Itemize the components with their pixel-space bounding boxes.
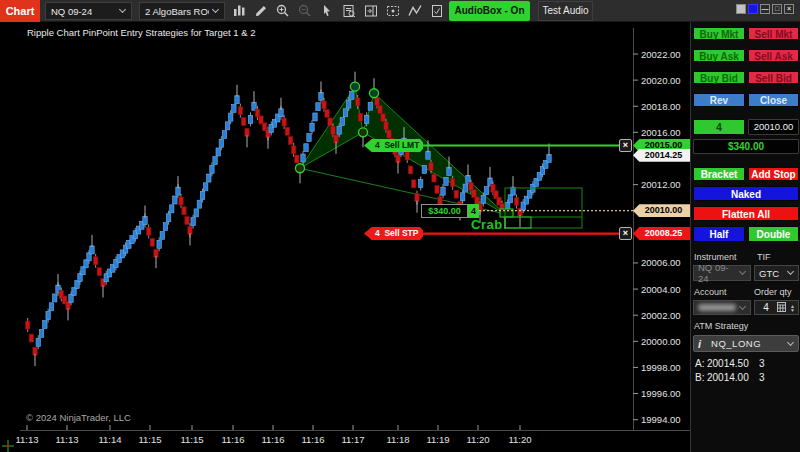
entry-price-cell: 20010.00 xyxy=(748,119,799,135)
add-stop-button[interactable]: Add Stop xyxy=(748,167,799,181)
chart-title: Ripple Chart PinPoint Entry Strategies f… xyxy=(27,27,255,38)
buy-market-button[interactable]: Buy Mkt xyxy=(693,27,745,40)
svg-text:11:15: 11:15 xyxy=(180,434,203,445)
chevron-down-icon xyxy=(212,6,219,13)
tif-dropdown[interactable]: GTC xyxy=(754,265,799,281)
theme-swatch-button[interactable] xyxy=(736,4,746,14)
svg-text:11:17: 11:17 xyxy=(341,434,364,445)
svg-text:20016.00: 20016.00 xyxy=(641,127,681,138)
report-icon[interactable] xyxy=(428,3,445,20)
chevron-down-icon xyxy=(787,338,794,345)
svg-text:11:15: 11:15 xyxy=(138,434,161,445)
account-value-redacted xyxy=(698,304,736,311)
svg-text:20022.00: 20022.00 xyxy=(641,49,681,60)
sell-bid-button[interactable]: Sell Bid xyxy=(748,71,799,84)
maximize-button[interactable]: □ xyxy=(772,4,782,14)
instrument-select[interactable]: NQ 09-24 xyxy=(45,2,132,20)
color-swatch-button[interactable] xyxy=(748,4,758,14)
svg-text:20006.00: 20006.00 xyxy=(641,257,681,268)
cursor-sprite-icon xyxy=(2,438,14,452)
qty-stepper[interactable]: ▲▼ xyxy=(790,304,795,312)
svg-text:11:20: 11:20 xyxy=(466,434,489,445)
svg-text:11:16: 11:16 xyxy=(301,434,324,445)
cursor-icon[interactable] xyxy=(318,3,335,20)
order-qty-label: Order qty xyxy=(754,287,792,297)
instrument-dropdown[interactable]: NQ 09-24 xyxy=(693,265,751,281)
svg-text:20020.00: 20020.00 xyxy=(641,75,681,86)
close-position-button[interactable]: Close xyxy=(748,93,799,107)
double-button[interactable]: Double xyxy=(748,226,799,242)
svg-text:20012.00: 20012.00 xyxy=(641,179,681,190)
svg-text:11:16: 11:16 xyxy=(221,434,244,445)
account-dropdown[interactable] xyxy=(693,300,751,315)
sell-ask-button[interactable]: Sell Ask xyxy=(748,49,799,62)
svg-text:11:18: 11:18 xyxy=(386,434,409,445)
svg-text:20018.00: 20018.00 xyxy=(641,101,681,112)
pattern-name-label: Crab xyxy=(471,217,503,232)
copyright-text: © 2024 NinjaTrader, LLC xyxy=(26,412,131,423)
chevron-down-icon xyxy=(119,6,126,13)
toolbar-icons xyxy=(230,2,467,20)
position-qty-chip: 4 xyxy=(468,204,479,218)
naked-button[interactable]: Naked xyxy=(693,186,799,201)
svg-text:11:20: 11:20 xyxy=(508,434,531,445)
target-b-row: B: 20014.00 3 xyxy=(695,372,799,383)
toolbar: Chart NQ 09-24 2 AlgoBars ROCK AudioBox … xyxy=(0,0,800,22)
sell-stop-order-pill[interactable]: 4 Sell STP xyxy=(364,227,423,240)
audiobox-toggle-button[interactable]: AudioBox - On xyxy=(449,1,530,21)
chart-trader-icon[interactable] xyxy=(362,3,379,20)
instrument-select-value: NQ 09-24 xyxy=(51,6,116,17)
account-label: Account xyxy=(694,287,727,297)
draw-pencil-icon[interactable] xyxy=(252,3,269,20)
zoom-in-icon[interactable] xyxy=(274,3,291,20)
tab-chart[interactable]: Chart xyxy=(0,0,40,22)
bar-type-select[interactable]: 2 AlgoBars ROCK xyxy=(139,2,225,20)
close-window-button[interactable]: × xyxy=(784,4,794,14)
reverse-button[interactable]: Rev xyxy=(693,93,745,107)
target-a-row: A: 20014.50 3 xyxy=(695,358,799,369)
buy-bid-button[interactable]: Buy Bid xyxy=(693,71,745,84)
svg-text:11:13: 11:13 xyxy=(15,434,38,445)
chart-trader-panel: Buy Mkt Sell Mkt Buy Ask Sell Ask Buy Bi… xyxy=(690,22,800,452)
sell-limit-order-pill[interactable]: 4 Sell LMT xyxy=(364,139,423,152)
ninjatrader-window: { "toolbar": { "chart_tab": "Chart", "in… xyxy=(0,0,800,452)
svg-text:20002.00: 20002.00 xyxy=(641,310,681,321)
calculator-icon[interactable] xyxy=(777,302,786,314)
position-pnl-box: $340.00 xyxy=(421,204,468,218)
position-price-tag: 20010.00 xyxy=(633,204,690,217)
atm-strategy-dropdown[interactable]: i NQ_LONG xyxy=(693,335,799,352)
svg-text:20000.00: 20000.00 xyxy=(641,336,681,347)
svg-text:11:13: 11:13 xyxy=(55,434,78,445)
bracket-button[interactable]: Bracket xyxy=(693,167,745,181)
half-button[interactable]: Half xyxy=(693,226,745,242)
data-box-icon[interactable] xyxy=(340,3,357,20)
order-qty-input[interactable]: 4 ▲▼ xyxy=(754,300,799,315)
sell-market-button[interactable]: Sell Mkt xyxy=(748,27,799,40)
chart-style-icon[interactable] xyxy=(230,3,247,20)
unrealized-pnl-cell: $340.00 xyxy=(693,139,799,154)
flatten-all-button[interactable]: Flatten All xyxy=(693,206,799,221)
atm-strategy-label: ATM Strategy xyxy=(694,321,748,331)
svg-text:11:14: 11:14 xyxy=(98,434,121,445)
cancel-stop-order-button[interactable]: × xyxy=(619,227,632,240)
svg-text:11:16: 11:16 xyxy=(261,434,284,445)
snapshot-icon[interactable] xyxy=(384,3,401,20)
tif-label: TIF xyxy=(757,252,771,262)
minimize-button[interactable]: — xyxy=(760,4,770,14)
buy-ask-button[interactable]: Buy Ask xyxy=(693,49,745,62)
test-audio-button[interactable]: Test Audio xyxy=(538,1,593,21)
zigzag-icon[interactable] xyxy=(406,3,423,20)
position-qty-cell: 4 xyxy=(693,119,745,135)
chevron-down-icon xyxy=(739,268,746,275)
instrument-label: Instrument xyxy=(694,252,737,262)
svg-text:20004.00: 20004.00 xyxy=(641,284,681,295)
svg-text:11:19: 11:19 xyxy=(426,434,449,445)
bar-type-select-value: 2 AlgoBars ROCK xyxy=(145,6,209,17)
cancel-limit-order-button[interactable]: × xyxy=(619,139,632,152)
chevron-down-icon xyxy=(787,268,794,275)
chart-area[interactable]: 20022.0020020.0020018.0020016.0020012.00… xyxy=(0,22,690,452)
svg-text:19998.00: 19998.00 xyxy=(641,362,681,373)
info-icon[interactable]: i xyxy=(698,338,701,350)
zoom-out-icon[interactable] xyxy=(296,3,313,20)
svg-text:19996.00: 19996.00 xyxy=(641,388,681,399)
